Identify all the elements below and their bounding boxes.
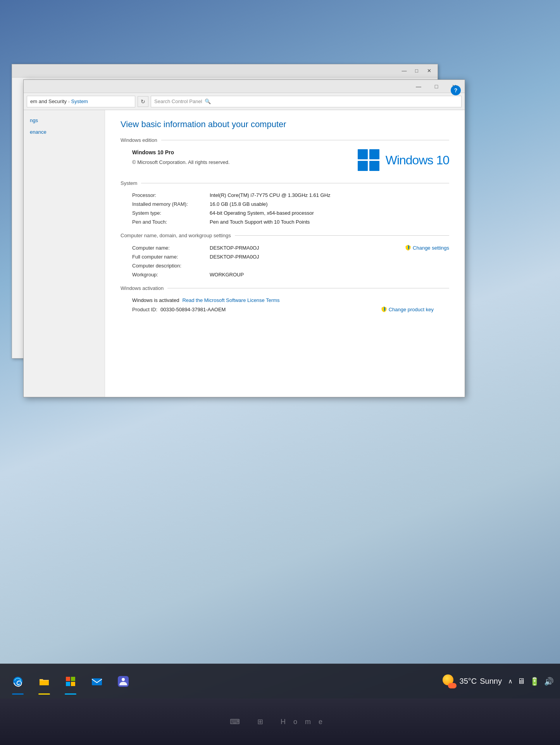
weather-condition: Sunny <box>480 677 502 686</box>
keyboard-area: ⌨ ⊞ Home <box>0 698 560 745</box>
window-titlebar: — □ ✕ <box>24 80 465 93</box>
maximize-button[interactable]: □ <box>427 80 445 93</box>
sidebar: ngs enance <box>24 110 105 397</box>
full-computer-name-row: Full computer name: DESKTOP-PRMA0OJ <box>121 254 449 260</box>
store-logo <box>64 675 77 688</box>
logo-square-4 <box>369 161 379 171</box>
computer-name-label: Computer name, domain, and workgroup set… <box>121 233 231 238</box>
computer-name-section-header: Computer name, domain, and workgroup set… <box>121 233 449 238</box>
windows-edition-section-header: Windows edition <box>121 137 449 143</box>
keyboard-hint: ⌨ ⊞ Home <box>230 717 330 726</box>
mail-logo <box>91 675 103 688</box>
taskbar-right: 35°C Sunny ∧ 🖥 🔋 🔊 <box>443 674 554 688</box>
change-key-text: Change product key <box>389 307 434 312</box>
ram-label: Installed memory (RAM): <box>132 201 210 207</box>
product-id-content: Product ID: 00330-50894-37981-AAOEM <box>132 307 226 312</box>
ms-store-icon[interactable] <box>59 670 82 693</box>
windows-edition-label: Windows edition <box>121 137 157 143</box>
section-line-3 <box>235 235 449 236</box>
computer-name-content: Computer name: DESKTOP-PRMA0OJ <box>132 245 405 251</box>
back-window-minimize[interactable]: — <box>399 67 410 75</box>
teams-icon[interactable] <box>112 670 135 693</box>
change-product-key-link[interactable]: Change product key <box>381 306 434 312</box>
section-line <box>161 140 449 140</box>
windows-logo-text: Windows 10 <box>386 153 449 167</box>
window-content: ngs enance ? View basic information abou… <box>24 110 465 397</box>
pen-touch-value: Pen and Touch Support with 10 Touch Poin… <box>210 219 310 225</box>
product-id-row: Product ID: 00330-50894-37981-AAOEM Chan… <box>121 306 449 312</box>
temperature: 35°C <box>460 677 477 686</box>
svg-rect-1 <box>71 677 75 681</box>
system-label: System <box>121 180 137 186</box>
battery-icon[interactable]: 🔋 <box>530 677 539 686</box>
breadcrumb-sep1: › <box>68 99 70 104</box>
weather-widget[interactable]: 35°C Sunny <box>443 674 502 688</box>
license-link[interactable]: Read the Microsoft Software License Term… <box>182 297 279 303</box>
search-icon: 🔍 <box>205 98 211 104</box>
edition-text: Windows 10 Pro © Microsoft Corporation. … <box>132 149 230 166</box>
shield-icon-key <box>381 306 387 312</box>
search-text: Search Control Panel <box>154 98 202 104</box>
pen-touch-row: Pen and Touch: Pen and Touch Support wit… <box>121 219 449 225</box>
workgroup-row: Workgroup: WORKGROUP <box>121 272 449 278</box>
taskbar: 35°C Sunny ∧ 🖥 🔋 🔊 <box>0 664 560 698</box>
system-type-label: System type: <box>132 210 210 216</box>
system-type-row: System type: 64-bit Operating System, x6… <box>121 210 449 216</box>
processor-row: Processor: Intel(R) Core(TM) i7-7Y75 CPU… <box>121 192 449 198</box>
computer-description-row: Computer description: <box>121 263 449 269</box>
computer-name-value: DESKTOP-PRMA0OJ <box>210 245 259 251</box>
product-id-label: Product ID: <box>132 307 157 312</box>
processor-label: Processor: <box>132 192 210 198</box>
file-explorer-icon[interactable] <box>33 670 56 693</box>
product-id-value: 00330-50894-37981-AAOEM <box>160 307 226 312</box>
activation-label: Windows activation <box>121 285 164 291</box>
svg-rect-2 <box>66 682 70 686</box>
svg-rect-4 <box>92 678 102 685</box>
tray-expand-icon[interactable]: ∧ <box>508 678 513 685</box>
change-settings-link[interactable]: Change settings <box>405 245 449 251</box>
system-section-header: System <box>121 180 449 186</box>
computer-name-row: Computer name: DESKTOP-PRMA0OJ Change se… <box>121 245 449 251</box>
teams-logo <box>117 675 129 688</box>
refresh-button[interactable]: ↻ <box>138 96 148 107</box>
edition-copyright: © Microsoft Corporation. All rights rese… <box>132 159 230 166</box>
back-window-maximize[interactable]: □ <box>411 67 422 75</box>
taskbar-icons <box>6 670 135 693</box>
edge-logo <box>12 675 24 688</box>
folder-logo <box>38 675 50 688</box>
main-content: ? View basic information about your comp… <box>105 110 465 397</box>
breadcrumb-system[interactable]: System <box>71 98 88 104</box>
mail-icon[interactable] <box>85 670 109 693</box>
system-tray: ∧ 🖥 🔋 🔊 <box>508 677 554 686</box>
logo-square-3 <box>358 161 368 171</box>
breadcrumb-part1: em and Security <box>30 98 67 104</box>
section-line-2 <box>141 183 449 183</box>
windows-logo-block: Windows 10 <box>358 149 449 171</box>
workgroup-label: Workgroup: <box>132 272 210 278</box>
window-back-titlebar: — □ ✕ <box>12 64 438 78</box>
network-icon[interactable]: 🖥 <box>517 677 525 686</box>
minimize-button[interactable]: — <box>410 80 427 93</box>
weather-icon-container <box>443 674 457 688</box>
sidebar-item-settings[interactable]: ngs <box>24 115 105 126</box>
windows-edition-block: Windows 10 Pro © Microsoft Corporation. … <box>121 149 449 171</box>
activation-status-row: Windows is activated Read the Microsoft … <box>121 297 449 303</box>
system-type-value: 64-bit Operating System, x64-based proce… <box>210 210 314 216</box>
page-title: View basic information about your comput… <box>121 119 449 129</box>
activation-status: Windows is activated <box>132 297 179 303</box>
ram-value: 16.0 GB (15.8 GB usable) <box>210 201 268 207</box>
full-name-value: DESKTOP-PRMA0OJ <box>210 254 259 260</box>
section-line-4 <box>167 288 449 288</box>
back-window-close[interactable]: ✕ <box>424 67 434 75</box>
sidebar-item-maintenance[interactable]: enance <box>24 126 105 138</box>
breadcrumb[interactable]: em and Security › System <box>27 96 135 107</box>
control-panel-window: — □ ✕ em and Security › System ↻ Search … <box>23 79 465 397</box>
edge-icon[interactable] <box>6 670 29 693</box>
search-box[interactable]: Search Control Panel 🔍 <box>151 96 462 107</box>
volume-icon[interactable]: 🔊 <box>544 677 554 686</box>
change-settings-text: Change settings <box>413 245 449 251</box>
logo-square-1 <box>358 149 368 159</box>
processor-value: Intel(R) Core(TM) i7-7Y75 CPU @ 1.30GHz … <box>210 192 331 198</box>
workgroup-value: WORKGROUP <box>210 272 244 278</box>
shield-icon <box>405 245 411 251</box>
